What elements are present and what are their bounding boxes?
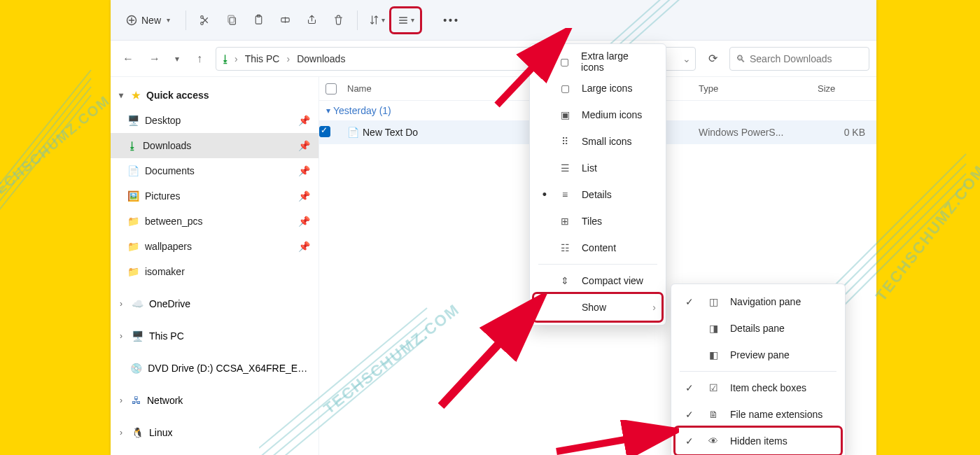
chevron-down-icon: ▾	[167, 16, 170, 24]
small-icons-icon: ⠿	[558, 136, 572, 147]
sidebar-item-downloads[interactable]: ⭳ Downloads 📌	[111, 133, 318, 158]
forward-button[interactable]: →	[144, 48, 165, 69]
menu-item-hidden-items[interactable]: ✓👁Hidden items	[676, 428, 841, 454]
menu-item-compact-view[interactable]: ⇕Compact view	[534, 267, 662, 294]
search-box[interactable]: 🔍︎	[729, 47, 869, 71]
compact-icon: ⇕	[558, 275, 572, 286]
navigation-pane: ▾ ★ Quick access 🖥️ Desktop 📌 ⭳ Download…	[111, 77, 319, 455]
chevron-down-icon[interactable]: ⌄	[682, 53, 691, 64]
clipboard-icon	[253, 14, 265, 26]
svg-line-10	[556, 433, 665, 451]
more-button[interactable]: •••	[440, 8, 463, 32]
svg-line-9	[441, 308, 532, 406]
row-checkbox[interactable]	[319, 126, 343, 139]
sidebar-item-isomaker[interactable]: 📁 isomaker	[111, 259, 318, 284]
chevron-down-icon: ▾	[175, 54, 179, 64]
sidebar-item-documents[interactable]: 📄 Documents 📌	[111, 158, 318, 183]
annotation-arrow	[553, 420, 679, 455]
back-button[interactable]: ←	[118, 48, 139, 69]
delete-button[interactable]	[326, 8, 350, 32]
sort-button[interactable]: ▾	[365, 8, 388, 32]
sidebar-linux[interactable]: › 🐧 Linux	[111, 420, 318, 445]
star-icon: ★	[132, 90, 141, 101]
search-input[interactable]	[750, 53, 863, 64]
crumb-this-pc[interactable]: This PC	[242, 52, 283, 66]
menu-item-small-icons[interactable]: ⠿Small icons	[534, 128, 662, 155]
folder-icon: 📁	[127, 241, 139, 252]
pin-icon: 📌	[298, 190, 310, 202]
sidebar-label: Documents	[145, 165, 195, 176]
chevron-right-icon: ›	[116, 331, 126, 341]
svg-line-14	[0, 95, 91, 235]
trash-icon	[332, 14, 344, 26]
sidebar-this-pc[interactable]: › 🖥️ This PC	[111, 323, 318, 349]
sidebar-label: Pictures	[145, 190, 181, 202]
sidebar-item-between-pcs[interactable]: 📁 between_pcs 📌	[111, 209, 318, 234]
sort-icon	[368, 14, 380, 26]
chevron-down-icon: ▾	[326, 106, 330, 115]
menu-item-navigation-pane[interactable]: ✓◫Navigation pane	[676, 288, 841, 315]
rename-button[interactable]	[273, 8, 297, 32]
separator	[186, 10, 186, 30]
download-icon: ⭳	[220, 53, 230, 64]
svg-point-2	[201, 22, 204, 24]
view-button[interactable]: ▾	[391, 8, 420, 32]
sidebar-label: between_pcs	[145, 216, 203, 227]
pin-icon: 📌	[298, 216, 310, 227]
col-size[interactable]: Size	[813, 83, 869, 94]
col-type[interactable]: Type	[694, 83, 813, 94]
tiles-icon: ⊞	[558, 216, 572, 227]
menu-item-file-name-extensions[interactable]: ✓🗎File name extensions	[676, 401, 841, 428]
svg-rect-3	[229, 18, 235, 24]
sidebar-quick-access[interactable]: ▾ ★ Quick access	[111, 83, 318, 108]
menu-item-list[interactable]: ☰List	[534, 155, 662, 181]
menu-item-show[interactable]: Show	[534, 294, 662, 321]
sidebar-item-wallpapers[interactable]: 📁 wallpapers 📌	[111, 234, 318, 259]
menu-separator	[538, 264, 657, 265]
sidebar-onedrive[interactable]: › ☁️ OneDrive	[111, 291, 318, 316]
refresh-button[interactable]: ⟳	[701, 48, 724, 70]
separator	[357, 10, 358, 30]
check-icon: ✓	[682, 296, 696, 307]
cut-button[interactable]	[193, 8, 217, 32]
annotation-arrow	[490, 28, 574, 112]
recent-dropdown[interactable]: ▾	[171, 48, 183, 69]
chevron-down-icon: ▾	[116, 90, 126, 100]
menu-item-tiles[interactable]: ⊞Tiles	[534, 208, 662, 234]
select-all-checkbox[interactable]	[319, 83, 343, 94]
sidebar-network[interactable]: › 🖧 Network	[111, 388, 318, 413]
share-button[interactable]	[300, 8, 323, 32]
crumb-downloads[interactable]: Downloads	[294, 52, 348, 66]
ellipsis-icon: •••	[443, 15, 460, 26]
disc-icon: 💿	[130, 363, 142, 374]
up-button[interactable]: ↑	[189, 48, 210, 69]
chevron-down-icon: ▾	[411, 16, 414, 24]
rename-icon	[279, 14, 291, 26]
menu-separator	[680, 371, 836, 372]
new-button[interactable]: New ▾	[118, 8, 178, 32]
cloud-icon: ☁️	[132, 298, 144, 309]
menu-item-details[interactable]: •≡Details	[534, 181, 662, 208]
menu-item-details-pane[interactable]: ◨Details pane	[676, 315, 841, 342]
eye-icon: 👁	[706, 435, 720, 447]
refresh-icon: ⟳	[708, 52, 718, 65]
content-icon: ☷	[558, 242, 572, 253]
details-pane-icon: ◨	[706, 323, 720, 334]
sidebar-item-desktop[interactable]: 🖥️ Desktop 📌	[111, 108, 318, 133]
menu-item-content[interactable]: ☷Content	[534, 234, 662, 261]
sidebar-dvd-drive[interactable]: › 💿 DVD Drive (D:) CCSA_X64FRE_EN-US_D	[111, 356, 318, 381]
file-icon: 📄	[347, 127, 358, 138]
new-button-label: New	[141, 15, 161, 26]
menu-item-preview-pane[interactable]: ◧Preview pane	[676, 342, 841, 368]
file-icon: 🗎	[706, 409, 720, 420]
pin-icon: 📌	[298, 115, 310, 126]
sidebar-label: Desktop	[145, 115, 181, 126]
copy-button[interactable]	[220, 8, 244, 32]
sidebar-item-pictures[interactable]: 🖼️ Pictures 📌	[111, 183, 318, 209]
pictures-icon: 🖼️	[127, 190, 139, 202]
menu-item-item-check-boxes[interactable]: ✓☑Item check boxes	[676, 374, 841, 401]
pin-icon: 📌	[298, 241, 310, 252]
linux-icon: 🐧	[132, 427, 144, 438]
svg-line-8	[497, 38, 560, 105]
paste-button[interactable]	[246, 8, 270, 32]
